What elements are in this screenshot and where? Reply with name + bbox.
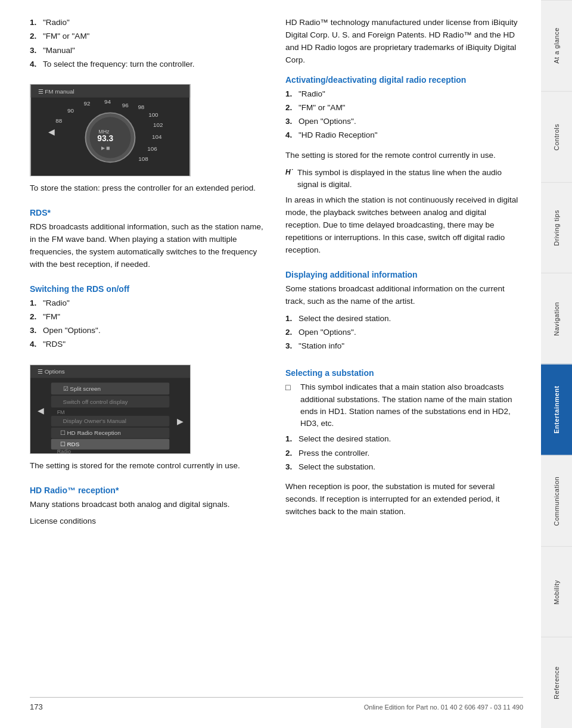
selecting-steps-list: 1. Select the desired station. 2. Press … <box>285 433 523 475</box>
page-number: 173 <box>30 702 43 711</box>
list-item: 1. Select the desired station. <box>285 313 523 325</box>
list-item: 2. "FM" <box>30 311 268 323</box>
store-note: To store the station: press the controll… <box>30 182 268 195</box>
svg-text:☰ FM manual: ☰ FM manual <box>38 88 74 95</box>
fm-dial-image: ☰ FM manual 98 100 102 104 106 108 96 94… <box>30 84 191 176</box>
substation-icon: □ <box>285 381 297 394</box>
svg-text:Radio: Radio <box>57 449 71 454</box>
list-item: 3. Open "Options". <box>285 116 523 127</box>
step-text: "Station info" <box>299 340 344 352</box>
step-text: "FM" or "AM" <box>43 30 89 42</box>
step-num: 1. <box>285 88 299 100</box>
step-text: "Radio" <box>43 297 70 309</box>
list-item: 3. "Manual" <box>30 45 268 57</box>
step-text: Select the desired station. <box>299 313 391 325</box>
step-num: 3. <box>30 325 43 337</box>
step-text: Press the controller. <box>299 447 369 459</box>
list-item: 2. "FM" or "AM" <box>30 30 268 42</box>
step-num: 2. <box>285 326 299 338</box>
digital-para: In areas in which the station is not con… <box>285 194 523 257</box>
list-item: 1. Select the desired station. <box>285 433 523 445</box>
list-item: 4. To select the frequency: turn the con… <box>30 58 268 70</box>
step-text: Select the desired station. <box>299 433 391 445</box>
setting-note-left: The setting is stored for the remote con… <box>30 460 268 472</box>
list-item: 3. Select the substation. <box>285 461 523 473</box>
step-num: 1. <box>30 297 43 309</box>
step-text: "HD Radio Reception" <box>299 129 378 141</box>
setting-note-right: The setting is stored for the remote con… <box>285 150 523 162</box>
sidebar-item-controls[interactable]: Controls <box>541 91 572 182</box>
sidebar-item-mobility[interactable]: Mobility <box>541 546 572 637</box>
step-num: 1. <box>285 313 299 325</box>
list-item: 2. Press the controller. <box>285 447 523 459</box>
poor-reception-para: When reception is poor, the substation i… <box>285 481 523 518</box>
step-text: Open "Options". <box>299 326 356 338</box>
svg-text:88: 88 <box>55 117 62 124</box>
list-item: 4. "HD Radio Reception" <box>285 129 523 141</box>
svg-text:▶ ◼: ▶ ◼ <box>101 145 110 151</box>
step-num: 3. <box>30 45 43 57</box>
svg-text:90: 90 <box>67 107 74 114</box>
step-num: 1. <box>30 17 43 29</box>
selecting-symbol-note: □ This symbol indicates that a main stat… <box>285 381 523 430</box>
right-column: HD Radio™ technology manufactured under … <box>285 17 523 687</box>
left-column: 1. "Radio" 2. "FM" or "AM" 3. "Manual" 4… <box>30 17 268 687</box>
activating-heading: Activating/deactivating digital radio re… <box>285 75 523 85</box>
step-num: 1. <box>285 433 299 445</box>
step-text: "Radio" <box>299 88 325 100</box>
displaying-para: Some stations broadcast additional infor… <box>285 283 523 308</box>
step-text: "FM" <box>43 311 60 323</box>
svg-text:92: 92 <box>84 100 91 107</box>
hd-symbol-note: H˙ This symbol is displayed in the statu… <box>285 167 523 191</box>
displaying-steps-list: 1. Select the desired station. 2. Open "… <box>285 313 523 354</box>
options-image: ☰ Options ◀ ▶ ☑ Split screen Switch off … <box>30 365 191 454</box>
hd-license-para: HD Radio™ technology manufactured under … <box>285 17 523 67</box>
step-text: "Radio" <box>43 17 70 29</box>
list-item: 2. Open "Options". <box>285 326 523 338</box>
selecting-symbol-text: This symbol indicates that a main statio… <box>300 381 523 430</box>
hd-para2: License conditions <box>30 515 268 528</box>
sidebar-item-reference[interactable]: Reference <box>541 637 572 728</box>
svg-text:93.3: 93.3 <box>97 133 113 143</box>
list-item: 2. "FM" or "AM" <box>285 102 523 114</box>
step-num: 2. <box>30 30 43 42</box>
step-text: Select the substation. <box>299 461 375 473</box>
sidebar-item-entertainment[interactable]: Entertainment <box>541 364 572 455</box>
hd-icon: H˙ <box>285 167 297 178</box>
step-num: 4. <box>285 129 299 141</box>
sidebar-item-navigation[interactable]: Navigation <box>541 273 572 364</box>
switching-heading: Switching the RDS on/off <box>30 284 268 294</box>
sidebar-item-communication[interactable]: Communication <box>541 455 572 546</box>
list-item: 1. "Radio" <box>30 297 268 309</box>
svg-text:100: 100 <box>148 111 158 118</box>
step-text: To select the frequency: turn the contro… <box>43 58 194 70</box>
step-num: 3. <box>285 116 299 127</box>
step-num: 2. <box>30 311 43 323</box>
hd-symbol-text: This symbol is displayed in the status l… <box>297 167 523 191</box>
svg-text:◀: ◀ <box>48 127 55 136</box>
sidebar-item-driving-tips[interactable]: Driving tips <box>541 182 572 273</box>
activating-steps-list: 1. "Radio" 2. "FM" or "AM" 3. Open "Opti… <box>285 88 523 144</box>
rds-heading: RDS* <box>30 208 268 217</box>
step-text: "RDS" <box>43 338 66 350</box>
svg-text:☐ RDS: ☐ RDS <box>60 440 80 447</box>
hd-para1: Many stations broadcast both analog and … <box>30 499 268 511</box>
step-num: 2. <box>285 102 299 114</box>
list-item: 1. "Radio" <box>285 88 523 100</box>
svg-text:104: 104 <box>152 133 162 140</box>
svg-text:Switch off control display: Switch off control display <box>63 399 128 405</box>
rds-para: RDS broadcasts additional information, s… <box>30 221 268 271</box>
list-item: 4. "RDS" <box>30 338 268 350</box>
svg-text:FM: FM <box>57 409 65 415</box>
svg-text:94: 94 <box>104 98 111 105</box>
top-steps-list: 1. "Radio" 2. "FM" or "AM" 3. "Manual" 4… <box>30 17 268 72</box>
step-text: "Manual" <box>43 45 75 57</box>
svg-text:☑ Split screen: ☑ Split screen <box>63 385 101 392</box>
sidebar-item-at-a-glance[interactable]: At a glance <box>541 0 572 91</box>
step-num: 4. <box>30 58 43 70</box>
svg-text:98: 98 <box>138 104 144 110</box>
list-item: 1. "Radio" <box>30 17 268 29</box>
svg-text:☐ HD Radio Reception: ☐ HD Radio Reception <box>60 429 121 435</box>
selecting-heading: Selecting a substation <box>285 368 523 378</box>
sidebar: At a glance Controls Driving tips Naviga… <box>541 0 572 728</box>
